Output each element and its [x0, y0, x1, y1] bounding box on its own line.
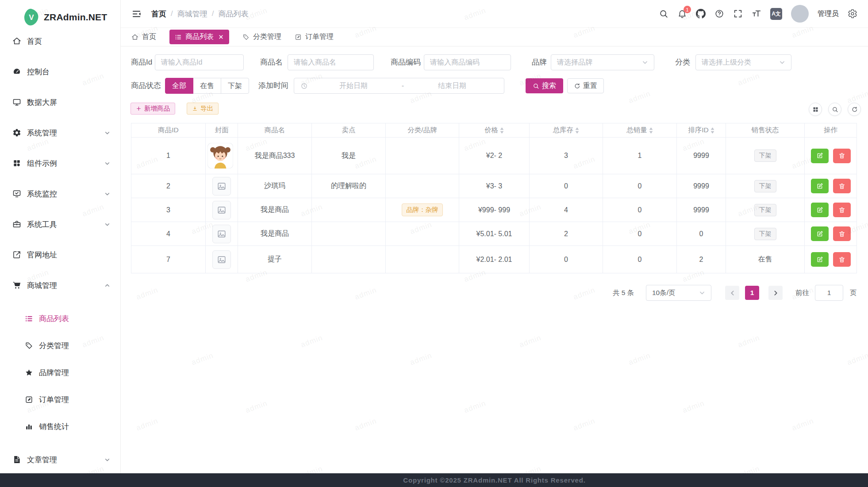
status-text: 在售	[758, 255, 772, 263]
breadcrumb-separator: /	[171, 9, 173, 18]
sidebar-item-product-list[interactable]: 商品列表	[0, 308, 120, 329]
tab-product-list[interactable]: 商品列表	[169, 30, 229, 44]
sidebar-item-label: 品牌管理	[39, 368, 69, 378]
sidebar-item-system-monitor[interactable]: 系统监控	[0, 181, 120, 206]
col-price-sortable[interactable]: 价格	[459, 123, 530, 138]
sidebar-item-website[interactable]: 官网地址	[0, 242, 120, 267]
cell-category-brand	[386, 138, 459, 174]
language-icon[interactable]: A文	[770, 8, 782, 20]
avatar[interactable]	[791, 5, 809, 23]
column-settings-button[interactable]	[809, 103, 822, 116]
edit-button[interactable]	[811, 179, 829, 193]
app-logo: V ZRAdmin.NET	[0, 0, 120, 28]
fullscreen-icon[interactable]	[733, 9, 743, 19]
filter-label-brand: 品牌	[532, 54, 547, 70]
delete-button[interactable]	[833, 149, 851, 163]
sort-carets-icon[interactable]	[500, 127, 504, 134]
status-badge: 下架	[754, 150, 776, 162]
delete-button[interactable]	[833, 226, 851, 241]
sidebar-item-mall-mgmt[interactable]: 商城管理	[0, 273, 120, 298]
cell-cover	[206, 198, 238, 222]
product-id-input[interactable]: 请输入商品Id	[155, 54, 244, 70]
user-name[interactable]: 管理员	[818, 9, 839, 19]
cell-price: ¥5.01- 5.01	[459, 222, 530, 246]
cell-sort-id: 9999	[677, 174, 726, 198]
end-date-placeholder[interactable]: 结束日期	[407, 81, 498, 91]
search-icon[interactable]	[659, 9, 668, 19]
search-button[interactable]: 搜索	[526, 78, 563, 93]
category-select[interactable]: 请选择上级分类	[695, 54, 791, 70]
goto-page-input[interactable]: 1	[815, 285, 843, 301]
col-sort-id-sortable[interactable]: 排序ID	[677, 123, 726, 138]
sidebar-item-home[interactable]: 首页	[0, 29, 120, 54]
toggle-search-button[interactable]	[828, 103, 841, 116]
sidebar-item-category-mgmt[interactable]: 分类管理	[0, 335, 120, 356]
tab-category-mgmt[interactable]: 分类管理	[242, 32, 281, 42]
sidebar-item-system-tools[interactable]: 系统工具	[0, 212, 120, 237]
sidebar-item-system-mgmt[interactable]: 系统管理	[0, 120, 120, 145]
sidebar-item-components[interactable]: 组件示例	[0, 151, 120, 176]
table-row: 1 我是商品333 我是 ¥2- 2 3 1 9999 下架	[131, 138, 857, 174]
placeholder: 请选择上级分类	[702, 58, 751, 67]
add-product-button[interactable]: 新增商品	[131, 103, 175, 115]
product-name-input[interactable]: 请输入商品名	[288, 54, 374, 70]
next-page-button[interactable]	[768, 286, 783, 300]
font-size-icon[interactable]	[752, 9, 761, 19]
cell-sale-status: 下架	[726, 174, 805, 198]
start-date-placeholder[interactable]: 开始日期	[308, 81, 399, 91]
sort-carets-icon[interactable]	[711, 127, 714, 134]
edit-button[interactable]	[811, 149, 829, 163]
sidebar-item-console[interactable]: 控制台	[0, 59, 120, 84]
status-option-all[interactable]: 全部	[165, 78, 193, 94]
product-code-input[interactable]: 请输入商品编码	[424, 54, 511, 70]
status-option-off-shelf[interactable]: 下架	[221, 78, 249, 94]
sidebar-item-sales-stats[interactable]: 销售统计	[0, 416, 120, 437]
tab-home[interactable]: 首页	[131, 32, 156, 42]
refresh-table-button[interactable]	[848, 103, 861, 116]
breadcrumb-parent[interactable]: 商城管理	[177, 9, 207, 19]
cell-actions	[805, 222, 857, 246]
status-option-on-sale[interactable]: 在售	[193, 78, 221, 94]
close-icon[interactable]	[218, 34, 224, 40]
sidebar-item-article-mgmt[interactable]: 文章管理	[0, 447, 120, 472]
edit-button[interactable]	[811, 203, 829, 217]
status-radio-group: 全部 在售 下架	[165, 78, 249, 94]
cell-cover	[206, 222, 238, 246]
cell-sort-id: 0	[677, 222, 726, 246]
brand-select[interactable]: 请选择品牌	[551, 54, 654, 70]
image-placeholder-icon	[212, 250, 231, 269]
chevron-down-icon	[104, 457, 110, 463]
help-icon[interactable]	[714, 9, 724, 19]
edit-button[interactable]	[811, 252, 829, 267]
prev-page-button[interactable]	[725, 286, 739, 300]
sort-carets-icon[interactable]	[575, 127, 579, 134]
notifications-button[interactable]: 1	[677, 9, 687, 19]
cell-actions	[805, 174, 857, 198]
col-stock-sortable[interactable]: 总库存	[530, 123, 603, 138]
cell-cover	[206, 174, 238, 198]
plus-icon	[136, 106, 142, 111]
tab-order-mgmt[interactable]: 订单管理	[295, 32, 334, 42]
delete-button[interactable]	[833, 252, 851, 267]
col-sales-sortable[interactable]: 总销量	[603, 123, 677, 138]
date-range-picker[interactable]: 开始日期 - 结束日期	[294, 78, 504, 94]
delete-button[interactable]	[833, 203, 851, 217]
reset-button[interactable]: 重置	[567, 78, 604, 93]
edit-button[interactable]	[811, 226, 829, 241]
page-size-select[interactable]: 10条/页	[646, 285, 711, 301]
github-icon[interactable]	[696, 9, 706, 19]
sort-carets-icon[interactable]	[649, 127, 653, 134]
settings-gear-icon[interactable]	[848, 9, 857, 19]
sidebar-item-order-mgmt[interactable]: 订单管理	[0, 389, 120, 410]
export-button[interactable]: 导出	[187, 103, 219, 115]
breadcrumb-home[interactable]: 首页	[151, 9, 166, 19]
col-product-name: 商品名	[238, 123, 312, 138]
chevron-left-icon	[730, 290, 735, 296]
collapse-sidebar-icon[interactable]	[131, 9, 142, 19]
trash-icon	[838, 207, 845, 214]
page-number-button[interactable]: 1	[745, 286, 759, 300]
sidebar-item-brand-mgmt[interactable]: 品牌管理	[0, 362, 120, 383]
sidebar-item-data-screen[interactable]: 数据大屏	[0, 90, 120, 115]
cell-selling-point	[312, 246, 386, 273]
delete-button[interactable]	[833, 179, 851, 193]
